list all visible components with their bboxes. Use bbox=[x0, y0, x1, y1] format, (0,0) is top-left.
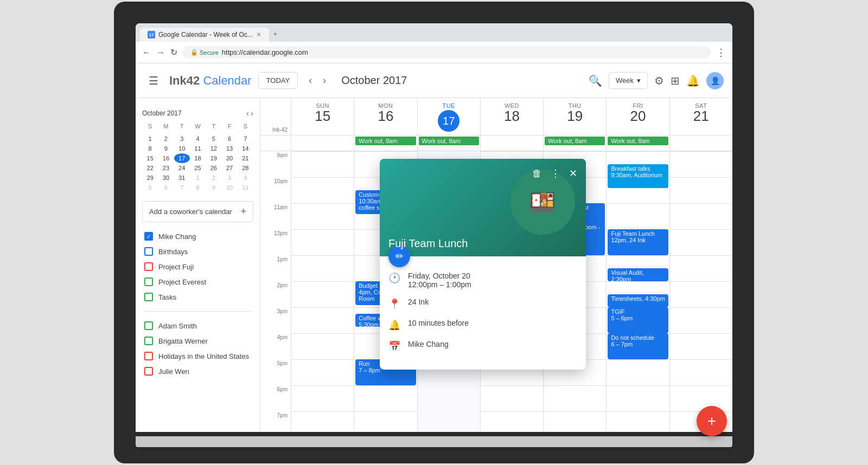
mini-cal-date[interactable]: 5 bbox=[142, 183, 158, 192]
mini-cal-date[interactable]: 18 bbox=[190, 153, 206, 163]
mini-cal-date[interactable]: 4 bbox=[238, 173, 253, 183]
all-day-event[interactable]: Work out, 8am bbox=[419, 137, 479, 145]
url-bar[interactable]: 🔒 Secure https://calendar.google.com bbox=[183, 46, 711, 59]
mini-cal-date[interactable]: 11 bbox=[238, 183, 253, 192]
list-item[interactable]: Brigatta Werner bbox=[136, 333, 260, 348]
mini-cal-date[interactable]: 9 bbox=[158, 144, 174, 153]
next-week-btn[interactable]: › bbox=[318, 73, 330, 88]
calendar-checkbox[interactable]: ✓ bbox=[144, 232, 153, 241]
today-btn[interactable]: TODAY bbox=[258, 72, 298, 89]
popup-close-btn[interactable]: ✕ bbox=[567, 165, 579, 182]
mini-cal-date[interactable]: 25 bbox=[190, 163, 206, 173]
mini-cal-date[interactable]: 2 bbox=[206, 173, 221, 183]
mini-cal-date[interactable]: 12 bbox=[206, 144, 221, 153]
popup-delete-btn[interactable]: 🗑 bbox=[530, 166, 544, 182]
mini-cal-prev-btn[interactable]: ‹ bbox=[246, 109, 249, 118]
fab-add-btn[interactable]: + bbox=[697, 406, 727, 436]
event-breakfast-talks[interactable]: Breakfast talks 9:30am, Auditorium bbox=[608, 164, 668, 188]
calendar-checkbox[interactable] bbox=[144, 352, 153, 360]
popup-reminder-row: 🔔 10 minutes before bbox=[388, 319, 577, 331]
mini-cal-date[interactable]: 30 bbox=[158, 173, 174, 183]
mini-cal-date today[interactable]: 17 bbox=[174, 153, 190, 163]
mini-cal-date[interactable]: 3 bbox=[174, 134, 190, 144]
settings-icon[interactable]: ⚙ bbox=[654, 74, 664, 87]
mini-cal-date[interactable]: 10 bbox=[174, 144, 190, 153]
mini-cal-date[interactable]: 22 bbox=[142, 163, 158, 173]
mini-cal-date[interactable]: 15 bbox=[142, 153, 158, 163]
mini-cal-date[interactable]: 21 bbox=[238, 153, 253, 163]
mini-cal-date[interactable]: 2 bbox=[158, 134, 174, 144]
calendar-checkbox[interactable] bbox=[144, 367, 153, 376]
mini-cal-date[interactable]: 24 bbox=[174, 163, 190, 173]
list-item[interactable]: ✓ Mike Chang bbox=[136, 229, 260, 244]
mini-cal-date[interactable]: 3 bbox=[221, 173, 237, 183]
mini-cal-date[interactable]: 8 bbox=[142, 144, 158, 153]
mini-cal-date[interactable]: 6 bbox=[221, 134, 237, 144]
time-7pm: 7pm bbox=[260, 411, 291, 432]
new-tab-btn[interactable]: + bbox=[273, 30, 282, 39]
all-day-event[interactable]: Work out, 8am bbox=[355, 137, 416, 145]
list-item[interactable]: Birthdays bbox=[136, 244, 260, 259]
mini-cal-date[interactable]: 19 bbox=[206, 153, 221, 163]
mini-cal-date[interactable]: 8 bbox=[190, 183, 206, 192]
mini-cal-date[interactable]: 27 bbox=[221, 163, 237, 173]
mini-cal-date[interactable]: 11 bbox=[190, 144, 206, 153]
mini-cal-date[interactable]: 7 bbox=[174, 183, 190, 192]
mini-cal-date[interactable]: 6 bbox=[158, 183, 174, 192]
browser-menu-btn[interactable]: ⋮ bbox=[716, 47, 726, 59]
list-item[interactable]: Project Fuji bbox=[136, 259, 260, 274]
mini-cal-date[interactable]: 20 bbox=[221, 153, 237, 163]
mini-cal-date[interactable]: 31 bbox=[174, 173, 190, 183]
refresh-btn[interactable]: ↻ bbox=[170, 47, 177, 57]
event-visual-audit[interactable]: Visual Audit, 2:30pm bbox=[608, 268, 668, 281]
add-coworker-btn[interactable]: Add a coworker's calendar + bbox=[142, 201, 253, 222]
list-item[interactable]: Julie Wen bbox=[136, 364, 260, 379]
mini-cal-date[interactable]: 7 bbox=[238, 134, 253, 144]
mini-cal-date[interactable]: 10 bbox=[221, 183, 237, 192]
mini-cal-date[interactable]: 16 bbox=[158, 153, 174, 163]
event-do-not-schedule[interactable]: Do not schedule 6 – 7pm bbox=[608, 333, 668, 359]
calendar-checkbox[interactable] bbox=[144, 277, 153, 286]
search-icon[interactable]: 🔍 bbox=[589, 74, 602, 87]
list-item[interactable]: Adam Smith bbox=[136, 318, 260, 333]
hamburger-menu-btn[interactable]: ☰ bbox=[144, 70, 163, 92]
forward-btn[interactable]: → bbox=[156, 48, 165, 57]
calendar-checkbox[interactable] bbox=[144, 321, 153, 330]
calendar-checkbox[interactable] bbox=[144, 293, 153, 301]
list-item[interactable]: Holidays in the United States bbox=[136, 348, 260, 364]
view-selector[interactable]: Week ▾ bbox=[609, 72, 648, 89]
all-day-event[interactable]: Work out, 8am bbox=[608, 137, 668, 145]
mini-cal-date[interactable]: 23 bbox=[158, 163, 174, 173]
mini-cal-date[interactable]: 9 bbox=[206, 183, 221, 192]
event-timesheets[interactable]: Timesheets, 4:30pm bbox=[608, 294, 668, 307]
avatar[interactable]: 👤 bbox=[706, 72, 724, 89]
all-day-event[interactable]: Work out, 8am bbox=[545, 137, 605, 145]
list-item[interactable]: Tasks bbox=[136, 289, 260, 305]
active-tab[interactable]: 17 Google Calendar - Week of Oc... ✕ bbox=[140, 28, 269, 42]
mini-cal-date[interactable]: 1 bbox=[142, 134, 158, 144]
list-item[interactable]: Project Everest bbox=[136, 274, 260, 289]
mini-cal-date[interactable]: 14 bbox=[238, 144, 253, 153]
day-header-mon: MON 16 bbox=[354, 98, 417, 135]
mini-cal-date[interactable]: 4 bbox=[190, 134, 206, 144]
add-coworker-label: Add a coworker's calendar bbox=[149, 208, 232, 216]
back-btn[interactable]: ← bbox=[142, 48, 151, 57]
apps-icon[interactable]: ⊞ bbox=[671, 74, 680, 87]
mini-cal-date[interactable]: 26 bbox=[206, 163, 221, 173]
calendar-checkbox[interactable] bbox=[144, 262, 153, 271]
event-popup: 🍱 🗑 ⋮ ✕ Fuji Team Lunch ✏ 🕐 Friday, Octo… bbox=[380, 159, 586, 370]
mini-cal-date[interactable]: 13 bbox=[221, 144, 237, 153]
calendar-checkbox[interactable] bbox=[144, 247, 153, 256]
popup-more-btn[interactable]: ⋮ bbox=[548, 165, 563, 182]
bell-icon[interactable]: 🔔 bbox=[686, 74, 700, 87]
prev-week-btn[interactable]: ‹ bbox=[304, 73, 316, 88]
mini-cal-date[interactable]: 1 bbox=[190, 173, 206, 183]
tab-close-btn[interactable]: ✕ bbox=[256, 31, 261, 38]
calendar-checkbox[interactable] bbox=[144, 337, 153, 345]
mini-cal-date[interactable]: 28 bbox=[238, 163, 253, 173]
mini-cal-date[interactable]: 5 bbox=[206, 134, 221, 144]
event-fuji-lunch[interactable]: Fuji Team Lunch 12pm, 24 Ink bbox=[608, 229, 668, 255]
mini-cal-next-btn[interactable]: › bbox=[251, 109, 253, 118]
mini-cal-date[interactable]: 29 bbox=[142, 173, 158, 183]
event-tgif[interactable]: TGIF 5 – 6pm bbox=[608, 307, 668, 333]
